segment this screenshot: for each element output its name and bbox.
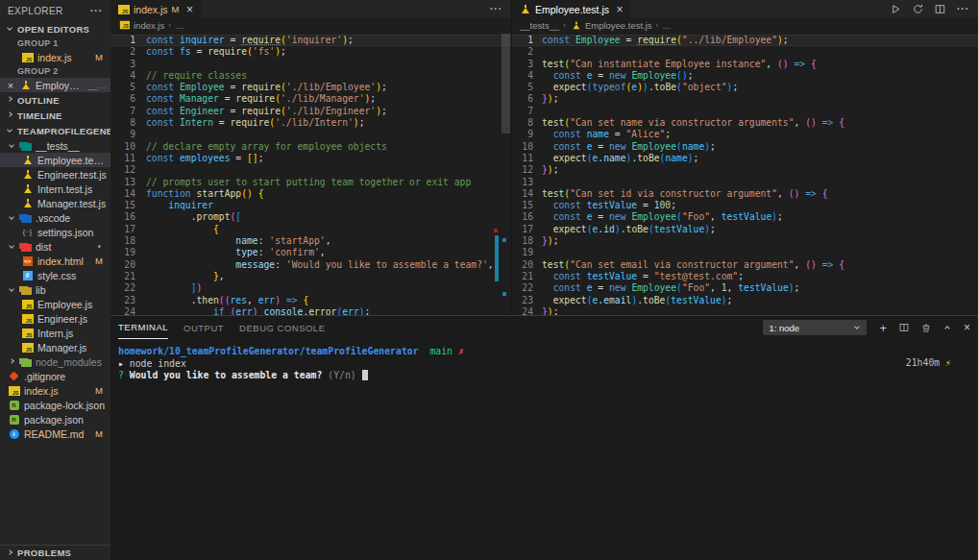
tree-item-intern-test-js[interactable]: Intern.test.js (0, 182, 110, 196)
breadcrumb[interactable]: index.js › … (110, 18, 511, 32)
code-line[interactable]: 5const Employee = require('./lib/Employe… (110, 82, 511, 93)
code-editor-employee-test-js[interactable]: 1const Employee = require("../lib/Employ… (512, 32, 978, 315)
code-line[interactable]: 7 (512, 106, 978, 117)
tree-item--gitignore[interactable]: .gitignore (0, 369, 110, 383)
code-line[interactable]: 16 .prompt([ (110, 211, 511, 223)
split-terminal-icon[interactable] (899, 323, 909, 332)
tab-index-js[interactable]: index.js M × (110, 0, 203, 18)
tab-employee-test-js[interactable]: Employee.test.js × (512, 0, 632, 18)
code-line[interactable]: 2const fs = require('fs'); (110, 46, 511, 58)
tree-item-index-html[interactable]: index.htmlM (0, 254, 110, 268)
code-line[interactable]: 9 (110, 129, 511, 140)
tree-item--vscode[interactable]: .vscode (0, 210, 110, 225)
code-line[interactable]: 10 const e = new Employee(name); (512, 141, 978, 153)
code-line[interactable]: 19 (512, 247, 978, 258)
code-line[interactable]: 12 (110, 164, 511, 176)
code-line[interactable]: 17 { (110, 224, 511, 235)
scrollbar-thumb[interactable] (501, 34, 510, 134)
breadcrumb[interactable]: __tests__ › Employee.test.js › … (512, 18, 978, 32)
timeline-section[interactable]: TIMELINE (0, 108, 110, 123)
tree-item-settings-json[interactable]: settings.json (0, 225, 110, 239)
code-line[interactable]: 6}); (512, 93, 978, 105)
code-line[interactable]: 19 type: 'confirm', (110, 247, 511, 258)
code-line[interactable]: 22 ]) (110, 282, 511, 294)
code-line[interactable]: 2 (512, 46, 978, 58)
code-editor-index-js[interactable]: 1const inquirer = require('inquirer');2c… (110, 32, 511, 315)
project-root-folder[interactable]: TEAMPROFILEGENERATOR (0, 123, 110, 138)
code-line[interactable]: 16 const e = new Employee("Foo", testVal… (512, 211, 978, 223)
open-editor-index-js[interactable]: index.js M (0, 50, 110, 64)
close-icon[interactable]: × (615, 3, 624, 16)
code-line[interactable]: 8const Intern = require('./lib/Intern'); (110, 117, 511, 129)
open-editors-section[interactable]: OPEN EDITORS (0, 21, 110, 37)
close-icon[interactable]: × (6, 80, 15, 91)
tree-item-manager-test-js[interactable]: Manager.test.js (0, 196, 110, 210)
code-line[interactable]: 14function startApp() { (110, 188, 511, 200)
terminal-output[interactable]: homework/10_teamProfileGenerator/teamPro… (110, 339, 978, 382)
code-line[interactable]: 14test("Can set id via constructor argum… (512, 188, 978, 200)
code-line[interactable]: 18 name: 'startApp', (110, 235, 511, 247)
tree-item-engineer-js[interactable]: Engineer.js (0, 311, 110, 326)
tree-item-intern-js[interactable]: Intern.js (0, 326, 110, 340)
code-line[interactable]: 22 const e = new Employee("Foo", 1, test… (512, 282, 978, 294)
code-line[interactable]: 12}); (512, 164, 978, 176)
code-line[interactable]: 3 (110, 59, 511, 70)
code-line[interactable]: 23 expect(e.email).toBe(testValue); (512, 295, 978, 306)
tree-item-manager-js[interactable]: Manager.js (0, 340, 110, 354)
code-line[interactable]: 1const inquirer = require('inquirer'); (110, 35, 511, 46)
open-editor-employee-test-js[interactable]: × Employee.test.js __… (0, 78, 110, 92)
code-line[interactable]: 13 (512, 177, 978, 188)
code-line[interactable]: 21 const testValue = "test@test.com"; (512, 271, 978, 282)
code-line[interactable]: 15 const testValue = 100; (512, 200, 978, 211)
code-line[interactable]: 11const employees = []; (110, 153, 511, 164)
close-icon[interactable]: × (185, 3, 195, 16)
run-icon[interactable] (891, 4, 901, 14)
tree-item-employee-js[interactable]: Employee.js (0, 297, 110, 311)
code-line[interactable]: 4// require classes (110, 70, 511, 82)
code-line[interactable]: 18}); (512, 235, 978, 247)
tab-terminal[interactable]: TERMINAL (118, 316, 168, 339)
code-line[interactable]: 9 const name = "Alice"; (512, 129, 978, 140)
maximize-panel-icon[interactable] (944, 326, 950, 331)
open-changes-icon[interactable] (913, 4, 923, 14)
code-line[interactable]: 23 .then((res, err) => { (110, 295, 511, 306)
tree-item-lib[interactable]: lib (0, 282, 110, 297)
code-line[interactable]: 15 inquirer (110, 200, 511, 211)
code-line[interactable]: 20test("Can set email via constructor ar… (512, 259, 978, 271)
explorer-more-icon[interactable]: ··· (90, 6, 103, 16)
tree-item-index-js[interactable]: index.jsM (0, 383, 110, 398)
code-line[interactable]: 8test("Can set name via constructor argu… (512, 117, 978, 129)
more-actions-icon[interactable]: ··· (490, 4, 502, 14)
tree-item-employee-test-js[interactable]: Employee.test.js (0, 153, 110, 167)
terminal-selector-dropdown[interactable]: 1: node (763, 320, 867, 335)
tree-item--tests-[interactable]: __tests__ (0, 138, 110, 153)
code-line[interactable]: 17 expect(e.id).toBe(testValue); (512, 224, 978, 235)
problems-section[interactable]: PROBLEMS (0, 545, 110, 560)
more-actions-icon[interactable]: ··· (957, 4, 969, 14)
tree-item-dist[interactable]: dist• (0, 239, 110, 254)
tab-output[interactable]: OUTPUT (183, 316, 224, 339)
code-line[interactable]: 20 message: 'Would you like to assemble … (110, 259, 511, 271)
tab-debug-console[interactable]: DEBUG CONSOLE (239, 316, 325, 339)
code-line[interactable]: 3test("Can instantiate Employee instance… (512, 59, 978, 70)
code-line[interactable]: 1const Employee = require("../lib/Employ… (512, 35, 978, 46)
code-line[interactable]: 11 expect(e.name).toBe(name); (512, 153, 978, 164)
split-editor-icon[interactable] (935, 4, 945, 14)
code-line[interactable]: 5 expect(typeof(e)).toBe("object"); (512, 82, 978, 93)
code-line[interactable]: 21 }, (110, 271, 511, 282)
close-panel-icon[interactable]: × (964, 321, 970, 334)
code-line[interactable]: 6const Manager = require('./lib/Manager'… (110, 93, 511, 105)
tree-item-package-json[interactable]: package.json (0, 412, 110, 426)
tree-item-node-modules[interactable]: node_modules (0, 354, 110, 369)
new-terminal-icon[interactable]: + (879, 321, 887, 335)
tree-item-readme-md[interactable]: README.mdM (0, 426, 110, 441)
tree-item-style-css[interactable]: style.css (0, 268, 110, 282)
kill-terminal-icon[interactable] (921, 323, 931, 333)
code-line[interactable]: 24 if (err) console.error(err); (110, 306, 511, 315)
code-line[interactable]: 4 const e = new Employee(); (512, 70, 978, 82)
outline-section[interactable]: OUTLINE (0, 92, 110, 108)
code-line[interactable]: 24}); (512, 306, 978, 315)
code-line[interactable]: 7const Engineer = require('./lib/Enginee… (110, 106, 511, 117)
tree-item-package-lock-json[interactable]: package-lock.json (0, 398, 110, 412)
code-line[interactable]: 10// declare empty array for employee ob… (110, 141, 511, 153)
